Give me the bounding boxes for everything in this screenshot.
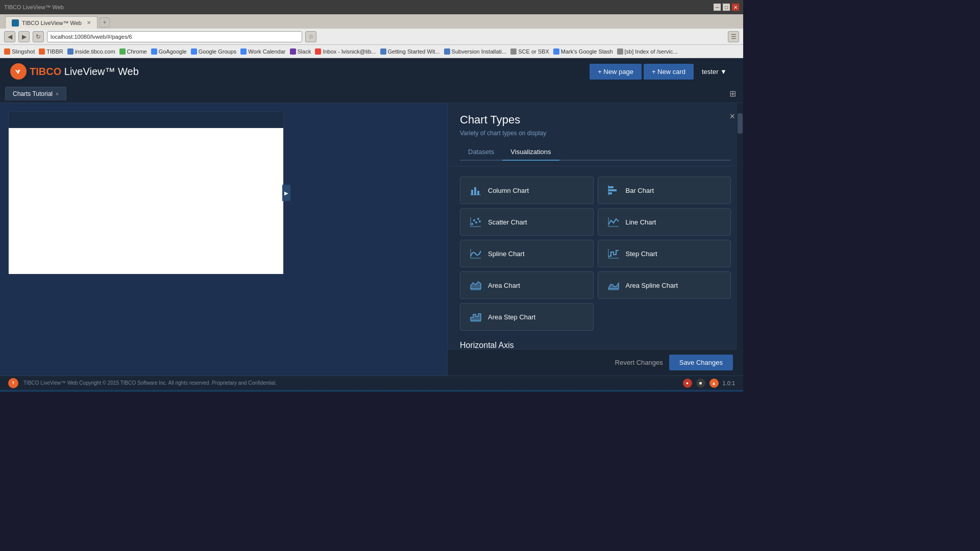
app-title: TIBCO LiveView™ Web	[30, 66, 139, 78]
chart-type-scatter[interactable]: Scatter Chart	[460, 208, 594, 236]
svg-rect-7	[608, 189, 617, 191]
new-tab-btn[interactable]: +	[100, 17, 110, 28]
footer-badge-red[interactable]: ●	[683, 379, 692, 388]
new-card-btn[interactable]: + New card	[644, 64, 694, 80]
step-chart-icon	[606, 246, 621, 261]
svg-point-11	[473, 219, 475, 221]
minimize-btn[interactable]: ─	[714, 4, 721, 11]
app-wrapper: TIBCO LiveView™ Web + New page + New car…	[0, 58, 743, 390]
save-changes-btn[interactable]: Save Changes	[669, 355, 733, 370]
footer-right: ● ■ ▲ 1.0:1	[683, 379, 735, 388]
footer-tibco-icon: T	[8, 378, 18, 388]
bookmark-btn[interactable]: ☆	[305, 31, 316, 42]
bookmark-gmail[interactable]: Inbox - lvisnick@tib...	[315, 48, 376, 55]
bookmark-slingshot[interactable]: Slingshot	[4, 48, 35, 55]
tab-favicon	[12, 19, 19, 27]
bookmark-calendar[interactable]: Work Calendar	[240, 48, 285, 55]
tab-visualizations[interactable]: Visualizations	[502, 144, 559, 161]
line-chart-icon	[606, 215, 621, 229]
bookmark-icon	[191, 48, 197, 55]
page-tab-close-icon[interactable]: ×	[56, 91, 59, 97]
close-tab-btn[interactable]: ✕	[87, 20, 91, 26]
line-chart-label: Line Chart	[626, 218, 656, 226]
bookmark-slack[interactable]: Slack	[290, 48, 311, 55]
bookmark-google-stash[interactable]: Mark's Google Stash	[553, 48, 613, 55]
bookmark-subversion[interactable]: Subversion Installati...	[444, 48, 507, 55]
spline-chart-icon	[469, 246, 483, 261]
area-step-chart-svg	[470, 311, 482, 322]
svg-rect-8	[608, 192, 612, 194]
page-tabs: Charts Tutorial × ⊞	[0, 85, 743, 103]
chart-type-bar[interactable]: Bar Chart	[598, 177, 731, 204]
area-chart-label: Area Chart	[488, 282, 520, 289]
user-menu-btn[interactable]: tester ▼	[696, 64, 733, 80]
line-chart-svg	[607, 216, 620, 228]
reload-btn[interactable]: ↻	[33, 31, 44, 42]
horizontal-axis-label: Horizontal Axis	[460, 341, 731, 349]
area-chart-svg	[470, 280, 482, 291]
chart-type-spline[interactable]: Spline Chart	[460, 240, 594, 267]
header-actions: + New page + New card tester ▼	[590, 64, 733, 80]
bookmark-getting-started[interactable]: Getting Started Wit...	[380, 48, 440, 55]
tibco-logo-svg	[13, 66, 24, 77]
card-collapse-btn[interactable]: ▶	[282, 185, 290, 201]
config-panel-header: Chart Types Variety of chart types on di…	[448, 103, 743, 166]
app-logo: TIBCO LiveView™ Web	[10, 63, 139, 80]
bookmark-chrome[interactable]: Chrome	[119, 48, 147, 55]
bookmark-icon	[444, 48, 450, 55]
chart-type-step[interactable]: Step Chart	[598, 240, 731, 267]
footer-badge-orange[interactable]: ▲	[709, 379, 719, 388]
chart-type-area-spline[interactable]: Area Spline Chart	[598, 271, 731, 299]
chart-card: ▶	[8, 111, 284, 274]
maximize-btn[interactable]: □	[723, 4, 730, 11]
svg-point-14	[479, 220, 481, 222]
close-window-btn[interactable]: ✕	[732, 4, 739, 11]
bookmark-groups[interactable]: Google Groups	[191, 48, 237, 55]
chart-type-column[interactable]: Column Chart	[460, 177, 594, 204]
spline-chart-label: Spline Chart	[488, 250, 525, 258]
bookmark-icon	[290, 48, 296, 55]
area-spline-chart-icon	[606, 278, 621, 292]
tab-bar: TIBCO LiveView™ Web ✕ +	[0, 14, 743, 29]
spline-chart-svg	[470, 248, 482, 259]
chart-type-grid: Column Chart Bar Chart	[460, 177, 731, 331]
revert-changes-btn[interactable]: Revert Changes	[615, 359, 663, 366]
bookmark-goagoogle[interactable]: GoAgoogle	[151, 48, 187, 55]
config-footer: Revert Changes Save Changes	[448, 349, 743, 375]
bookmark-sce[interactable]: SCE or SBX	[510, 48, 549, 55]
chart-type-area-step[interactable]: Area Step Chart	[460, 303, 594, 331]
area-spline-chart-svg	[607, 280, 620, 291]
charts-tutorial-tab[interactable]: Charts Tutorial ×	[5, 87, 66, 101]
back-btn[interactable]: ◀	[4, 31, 15, 42]
svg-point-12	[475, 221, 477, 223]
address-input[interactable]	[47, 31, 302, 42]
bookmark-icon	[315, 48, 321, 55]
bar-chart-svg	[607, 185, 620, 196]
forward-btn[interactable]: ▶	[18, 31, 30, 42]
close-panel-btn[interactable]: ×	[729, 111, 735, 122]
active-browser-tab[interactable]: TIBCO LiveView™ Web ✕	[5, 16, 97, 29]
bookmark-icon	[617, 48, 623, 55]
start-btn[interactable]	[2, 391, 24, 392]
layout-icon[interactable]: ⊞	[727, 87, 738, 101]
scroll-track[interactable]	[737, 103, 743, 375]
footer-badge-dark[interactable]: ■	[696, 379, 705, 388]
step-chart-label: Step Chart	[626, 250, 657, 258]
bookmark-tibbr[interactable]: TIBBR	[39, 48, 63, 55]
tab-datasets[interactable]: Datasets	[460, 144, 502, 161]
scroll-thumb[interactable]	[738, 113, 743, 134]
taskbar: 📁 ▶ 🦊 W G T C 🔋 🔊 📶 8:11 PM 12/19/2015	[0, 390, 743, 392]
bookmark-icon	[240, 48, 247, 55]
chart-type-area[interactable]: Area Chart	[460, 271, 594, 299]
bookmark-sb-index[interactable]: [sb] Index of /servic...	[617, 48, 678, 55]
bookmark-icon	[553, 48, 559, 55]
app-footer: T TIBCO LiveView™ Web Copyright © 2015 T…	[0, 375, 743, 390]
bookmark-inside[interactable]: inside.tibco.com	[67, 48, 115, 55]
config-subtitle: Variety of chart types on display	[460, 130, 731, 137]
new-page-btn[interactable]: + New page	[590, 64, 642, 80]
bookmark-icon	[4, 48, 10, 55]
menu-btn[interactable]: ☰	[728, 31, 739, 42]
tibco-icon	[10, 63, 27, 80]
svg-rect-3	[474, 187, 476, 195]
chart-type-line[interactable]: Line Chart	[598, 208, 731, 236]
